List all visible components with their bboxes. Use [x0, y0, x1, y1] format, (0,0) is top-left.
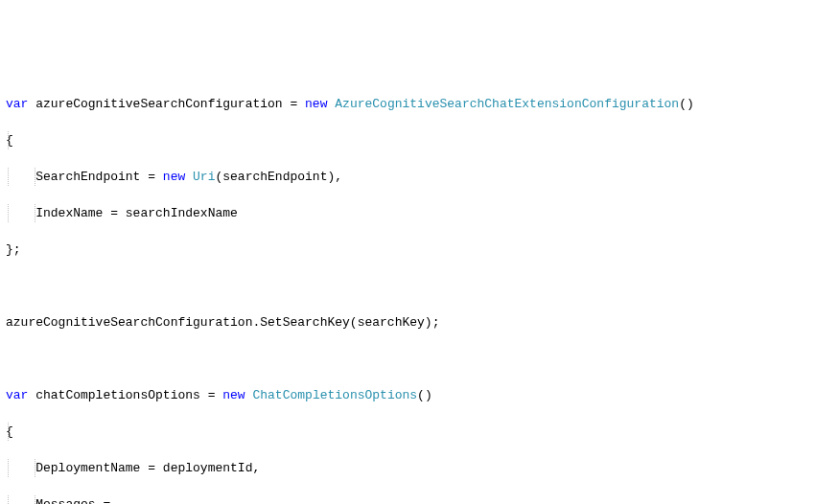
keyword-var: var: [6, 97, 28, 111]
code-line: [6, 277, 833, 295]
type-name: AzureCognitiveSearchChatExtensionConfigu…: [335, 97, 679, 111]
code-line: DeploymentName = deploymentId,: [6, 459, 833, 477]
keyword-new: new: [305, 97, 327, 111]
code-line: IndexName = searchIndexName: [6, 204, 833, 222]
type-name: Uri: [193, 170, 215, 184]
keyword-new: new: [222, 388, 245, 402]
code-line: Messages =: [6, 495, 833, 504]
keyword-var: var: [6, 388, 28, 402]
code-block: var azureCognitiveSearchConfiguration = …: [6, 77, 833, 504]
code-line: var chatCompletionsOptions = new ChatCom…: [6, 386, 833, 404]
code-line: {: [6, 131, 833, 149]
code-line: SearchEndpoint = new Uri(searchEndpoint)…: [6, 168, 833, 186]
type-name: ChatCompletionsOptions: [252, 388, 417, 402]
code-line: [6, 350, 833, 368]
code-line: };: [6, 241, 833, 259]
code-line: var azureCognitiveSearchConfiguration = …: [6, 95, 833, 113]
code-line: {: [6, 423, 833, 441]
keyword-new: new: [163, 170, 185, 184]
code-line: azureCognitiveSearchConfiguration.SetSea…: [6, 313, 833, 332]
